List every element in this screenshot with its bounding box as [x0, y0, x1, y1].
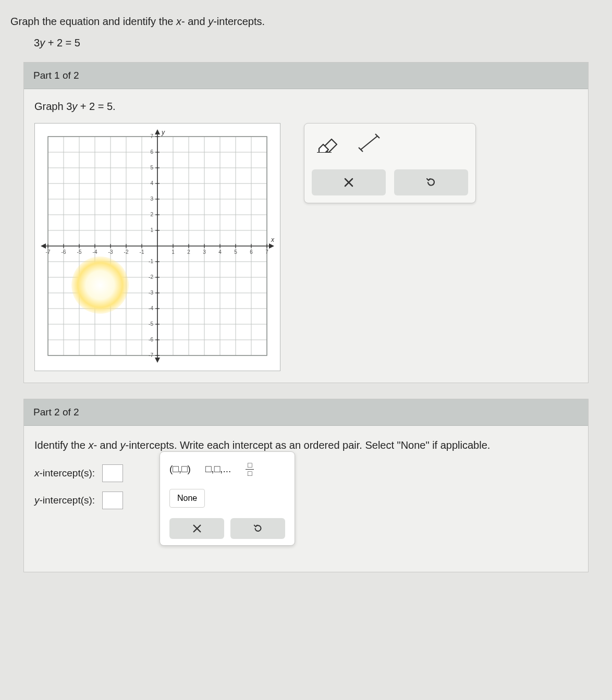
part-2-prompt: Identify the x- and y-intercepts. Write … [34, 437, 578, 453]
undo-graph-button[interactable] [394, 169, 468, 195]
svg-text:-2: -2 [149, 274, 153, 280]
svg-text:y: y [161, 129, 165, 136]
clear-answer-button[interactable] [169, 518, 224, 539]
part-2-container: Part 2 of 2 Identify the x- and y-interc… [23, 399, 589, 572]
eraser-icon[interactable] [316, 133, 341, 155]
svg-text:5: 5 [150, 165, 153, 170]
fraction-button[interactable]: □ □ [246, 461, 254, 477]
svg-text:-1: -1 [149, 259, 153, 264]
svg-marker-33 [41, 243, 46, 249]
line-segment-icon[interactable] [357, 133, 382, 155]
problem-equation: 3y + 2 = 5 [34, 37, 602, 49]
svg-text:3: 3 [150, 196, 153, 202]
x-intercept-row: x-intercept(s): [34, 464, 578, 482]
svg-text:1: 1 [172, 249, 175, 255]
none-button[interactable]: None [169, 489, 205, 508]
ordered-pair-button[interactable]: (□,□) [169, 463, 191, 475]
svg-text:-6: -6 [62, 249, 66, 255]
svg-text:1: 1 [150, 227, 153, 233]
part-1-header: Part 1 of 2 [24, 63, 588, 89]
undo-icon [253, 523, 263, 534]
svg-text:-3: -3 [149, 290, 153, 296]
y-intercept-label: y-intercept(s): [34, 495, 95, 506]
svg-text:-7: -7 [46, 249, 51, 255]
svg-text:-7: -7 [149, 352, 153, 358]
svg-text:6: 6 [150, 149, 153, 155]
svg-text:4: 4 [150, 180, 153, 186]
svg-marker-35 [155, 129, 160, 134]
graph-canvas[interactable]: -7-6-5-4-3-2-11234567-7-6-5-4-3-2-112345… [34, 123, 280, 371]
part-1-prompt: Graph 3y + 2 = 5. [34, 101, 578, 113]
answer-format-panel: (□,□) □,□,... □ □ None [160, 451, 295, 546]
svg-marker-32 [269, 243, 274, 249]
part-2-header: Part 2 of 2 [24, 399, 588, 426]
svg-text:-4: -4 [149, 305, 153, 311]
svg-text:6: 6 [250, 249, 253, 255]
svg-text:7: 7 [150, 133, 153, 139]
list-button[interactable]: □,□,... [205, 463, 231, 475]
clear-graph-button[interactable] [312, 169, 386, 195]
svg-text:2: 2 [150, 212, 153, 217]
svg-text:-2: -2 [124, 249, 129, 255]
undo-icon [425, 177, 437, 188]
svg-text:5: 5 [234, 249, 237, 255]
close-icon [192, 524, 202, 533]
svg-text:-3: -3 [108, 249, 113, 255]
svg-text:-6: -6 [149, 337, 153, 342]
svg-text:4: 4 [218, 249, 222, 255]
svg-line-96 [361, 136, 377, 150]
svg-marker-36 [155, 358, 160, 363]
tool-panel [304, 123, 476, 203]
y-intercept-input[interactable] [102, 492, 123, 509]
svg-text:-4: -4 [93, 249, 97, 255]
svg-text:-5: -5 [77, 249, 82, 255]
svg-text:x: x [271, 236, 275, 243]
x-intercept-input[interactable] [102, 464, 123, 482]
y-intercept-row: y-intercept(s): [34, 492, 578, 509]
problem-instruction: Graph the equation and identify the x- a… [10, 16, 602, 28]
close-icon [344, 177, 354, 188]
svg-text:7: 7 [265, 249, 268, 255]
svg-text:-5: -5 [149, 321, 153, 327]
part-1-container: Part 1 of 2 Graph 3y + 2 = 5. -7-6-5-4-3… [23, 62, 589, 383]
x-intercept-label: x-intercept(s): [34, 468, 95, 479]
svg-text:-1: -1 [140, 249, 144, 255]
svg-text:2: 2 [187, 249, 190, 255]
undo-answer-button[interactable] [230, 518, 285, 539]
svg-text:3: 3 [203, 249, 206, 255]
